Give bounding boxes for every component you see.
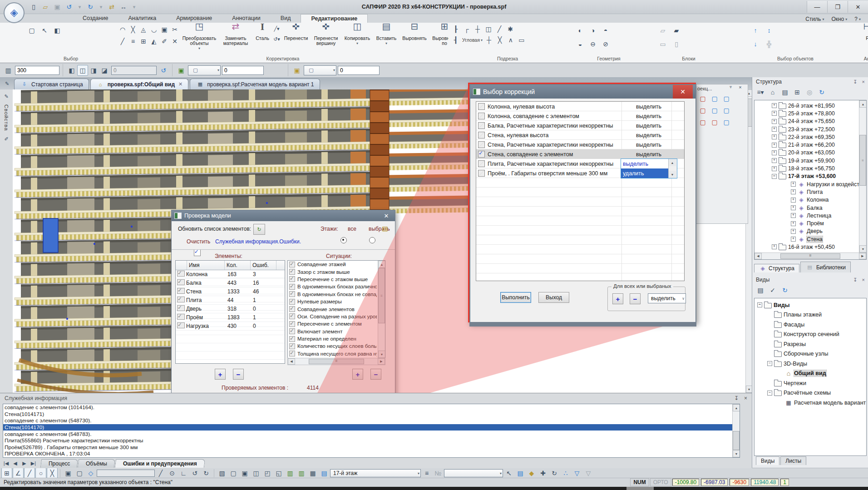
tree-expander-icon[interactable] <box>791 213 796 218</box>
tree-sync-icon[interactable]: ⊞ <box>792 87 803 98</box>
align-by-button[interactable]: ⊞Выровнять по <box>430 24 449 54</box>
clear-checkbox[interactable] <box>194 249 201 256</box>
situations-scrollbar[interactable]: ▲ ≡ ▼ <box>378 261 385 358</box>
remove-situation-button[interactable]: − <box>370 369 381 380</box>
tree-expander-icon[interactable] <box>772 127 777 132</box>
correction-action[interactable]: выделить <box>636 123 684 129</box>
rotate-icon[interactable]: ↺▾ <box>272 35 281 44</box>
tree-expander-icon[interactable] <box>772 143 777 148</box>
show-columns-icon[interactable]: ▥ <box>285 468 296 479</box>
align-center-icon[interactable]: ◫ <box>77 65 88 76</box>
group-add-button[interactable]: + <box>612 293 623 304</box>
tab-close-icon[interactable]: ✕ <box>178 81 182 87</box>
first-tab-icon[interactable]: |◀ <box>2 459 10 468</box>
table-select-icon[interactable]: ↖ <box>503 468 514 479</box>
element-checkbox[interactable] <box>177 305 185 311</box>
action-dropdown[interactable]: выделитьудалить ▲ ▼ <box>621 158 677 178</box>
align-left-face-icon[interactable]: ◧ <box>66 65 77 76</box>
top-elevation-input[interactable] <box>338 66 380 75</box>
correction-checkbox[interactable] <box>478 151 485 158</box>
service-message[interactable]: совпадение с элементом (548783). <box>3 431 740 437</box>
add-element-filter-button[interactable]: + <box>215 369 226 380</box>
correction-action[interactable]: выделить <box>636 132 684 139</box>
trim-line-icon[interactable]: ╱ <box>117 36 128 47</box>
situations-list[interactable]: Совпадение этажей Зазор с этажом выше Пе… <box>287 260 385 358</box>
tab-views[interactable]: Виды <box>756 456 779 465</box>
ortho-indicator[interactable]: ОРТО <box>650 478 671 486</box>
orbit-icon[interactable]: ↻ <box>549 468 560 479</box>
views-check-icon[interactable]: ✓ <box>767 285 778 296</box>
wall-thickness-icon[interactable]: ▥ <box>3 65 14 76</box>
views-settings-icon[interactable]: ▤ <box>755 285 766 296</box>
panel-close-icon[interactable]: × <box>862 79 865 85</box>
correction-checkbox[interactable] <box>478 141 485 148</box>
projection-view-icon[interactable]: ▢ <box>721 117 732 128</box>
minus-body-icon[interactable]: ⊖ <box>587 39 598 49</box>
element-checkbox[interactable] <box>177 279 185 285</box>
tree-expander-icon[interactable] <box>772 119 777 124</box>
tree-item[interactable]: 19-й этаж +59,900 <box>772 157 866 164</box>
situation-checkbox[interactable] <box>289 284 295 290</box>
pin-icon[interactable]: ↧ <box>853 277 857 283</box>
add-situation-button[interactable]: + <box>352 369 363 380</box>
situation-checkbox[interactable] <box>289 291 295 297</box>
tree-item[interactable]: Проём <box>791 219 866 227</box>
service-message-list[interactable]: совпадение с элементом (1014164).Стена(1… <box>3 404 740 458</box>
situation-checkbox[interactable] <box>289 336 295 342</box>
block-add-icon[interactable]: ▰ <box>671 25 682 36</box>
tree-expander-icon[interactable] <box>772 103 777 108</box>
correction-row[interactable]: Стена, Расчетные характеристики некоррек… <box>476 140 684 149</box>
corrections-list[interactable]: Колонна, нулевая высота выделить Колонна… <box>476 101 685 281</box>
situation-row[interactable]: Пересечение с этажом выше <box>288 276 377 283</box>
tree-expander-icon[interactable] <box>791 205 796 210</box>
situation-row[interactable]: Включает элемент <box>288 328 377 335</box>
tree-item[interactable]: Чертежи <box>767 378 866 388</box>
service-message[interactable]: совпадение с элементом (548730). <box>3 417 740 424</box>
pan-icon[interactable]: ✚ <box>538 468 548 479</box>
situation-checkbox[interactable] <box>289 262 295 267</box>
tree-expander-icon[interactable] <box>772 134 777 139</box>
structure-tree[interactable]: 26-й этаж +81,950 25-й этаж +78,800 24-й… <box>754 100 867 260</box>
top-view-icon[interactable]: ▣ <box>239 468 250 479</box>
hatch-display-icon[interactable]: ▦ <box>307 468 318 479</box>
service-info-link[interactable]: Служебная информация.Ошибки. <box>215 238 301 245</box>
correction-checkbox[interactable] <box>478 160 485 167</box>
tree-expander-icon[interactable] <box>772 150 777 155</box>
situation-checkbox[interactable] <box>289 328 295 334</box>
situation-row[interactable]: В одноименных блоках различное количеств… <box>288 283 377 290</box>
correction-action[interactable]: выделить <box>636 142 684 148</box>
tree-expander-icon[interactable] <box>772 166 777 171</box>
last-tab-icon[interactable]: ▶| <box>29 459 38 468</box>
tree-expander-icon[interactable] <box>772 158 777 163</box>
prev-tab-icon[interactable]: ◀ <box>11 459 20 468</box>
service-message[interactable]: ПРОВЕРКА ОКОНЧЕНА , 17:03:04 <box>3 450 740 457</box>
iso-view-icon[interactable]: ▧ <box>217 468 227 479</box>
tree-item[interactable]: Разрезы <box>767 339 866 349</box>
tree-item[interactable]: 17-й этаж +53,600 <box>772 173 866 180</box>
extend-down-icon[interactable]: ┨ <box>450 35 461 45</box>
filter-a-icon[interactable]: ▽ <box>572 468 582 479</box>
coordinate-input[interactable] <box>97 470 155 477</box>
mirror-icon[interactable]: ◭ <box>148 36 159 47</box>
floors-select-radio[interactable] <box>369 237 375 243</box>
situation-checkbox[interactable] <box>289 351 295 356</box>
situation-row[interactable]: Материал не определен <box>288 335 377 342</box>
projection-view-icon[interactable]: ▢ <box>709 117 720 128</box>
element-row[interactable]: Стена 1333 46 <box>176 287 285 296</box>
bottom-view-icon[interactable]: ◱ <box>273 468 284 479</box>
tree-item[interactable]: 18-й этаж +56,750 <box>772 164 866 172</box>
tab-start-page[interactable]: ⇩ Стартовая страница <box>14 79 89 89</box>
tree-item[interactable]: Фасады <box>767 320 866 330</box>
show-walls-icon[interactable]: ▥ <box>296 468 307 479</box>
tree-item[interactable]: 21-й этаж +66,200 <box>772 141 866 148</box>
tree-item[interactable]: Плита <box>791 188 866 196</box>
trim-cross-icon[interactable]: ╳ <box>128 24 138 35</box>
move-button[interactable]: ✜Перенести <box>282 24 310 54</box>
next-tab-icon[interactable]: ▶ <box>20 459 29 468</box>
offset-loop-icon[interactable]: ◡ <box>148 24 159 35</box>
situation-row[interactable]: Нулевые размеры <box>288 298 377 305</box>
select-floors-icon[interactable]: ▤ <box>380 223 390 234</box>
ribbon-tab[interactable]: Вид <box>271 14 301 23</box>
correction-action[interactable]: выделить <box>636 151 684 158</box>
back-view-icon[interactable]: ◰ <box>262 468 273 479</box>
